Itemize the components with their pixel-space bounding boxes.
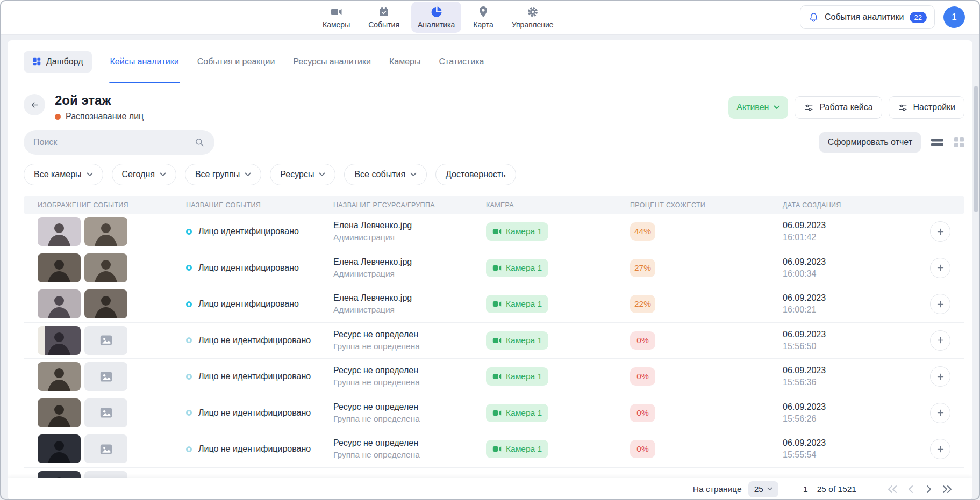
generate-report-button[interactable]: Сформировать отчет [819,132,921,153]
table-row[interactable]: Лицо идентифицировано Елена Левченко.jpg… [24,286,964,323]
person-silhouette [84,253,127,282]
person-silhouette [38,326,81,355]
search-input[interactable] [33,137,189,147]
analytics-tabs: Дашборд Кейсы аналитики События и реакци… [8,40,972,83]
prev-page-button[interactable] [902,481,920,497]
settings-button[interactable]: Настройки [889,96,964,119]
event-date: 06.09.2023 [783,293,916,303]
dashboard-button[interactable]: Дашборд [24,51,92,73]
chevron-right-icon [926,485,932,494]
event-images-cell [24,326,186,355]
camera-name: Камера 1 [506,227,542,236]
table-header: ИЗОБРАЖЕНИЕ СОБЫТИЯ НАЗВАНИЕ СОБЫТИЯ НАЗ… [24,196,964,214]
event-thumbnail-1[interactable] [38,217,81,246]
table-row[interactable]: Лицо не идентифицировано Ресурс не опред… [24,359,964,395]
camera-badge[interactable]: Камера 1 [486,259,548,277]
list-view-icon [931,137,944,147]
pie-chart-icon [430,5,443,18]
event-time: 15:56:36 [783,378,916,387]
event-thumbnail-1[interactable] [38,253,81,282]
per-page-select[interactable]: 25 [748,481,778,497]
scrollbar-thumb[interactable] [974,86,978,212]
event-time: 15:56:26 [783,414,916,424]
date-cell: 06.09.2023 15:56:26 [783,402,916,424]
plus-icon [936,408,945,417]
add-button[interactable] [930,330,950,351]
event-thumbnail-2[interactable] [84,398,127,427]
user-avatar[interactable]: 1 [943,6,965,28]
event-name: Лицо идентифицировано [198,227,299,236]
filter-all-groups[interactable]: Все группы [185,164,261,185]
camera-badge[interactable]: Камера 1 [486,222,548,241]
chevron-down-icon [774,105,780,110]
resource-cell: Ресурс не определен Группа не определена [333,330,486,351]
tab-analytics-resources[interactable]: Ресурсы аналитики [293,40,371,83]
tab-statistics[interactable]: Статистика [439,40,484,83]
nav-item-events[interactable]: События [362,2,406,33]
camera-badge[interactable]: Камера 1 [486,295,548,313]
table-row[interactable]: Лицо не идентифицировано Ресурс не опред… [24,323,964,359]
tab-events-reactions[interactable]: События и реакции [197,40,275,83]
pagination-bar: На странице 25 1 – 25 of 1521 [8,478,972,500]
resource-group: Группа не определена [333,378,486,387]
event-thumbnail-2[interactable] [84,217,127,246]
event-thumbnail-2[interactable] [84,434,127,463]
search-field[interactable] [24,130,214,155]
last-page-button[interactable] [938,481,956,497]
plus-icon [936,372,945,381]
add-button[interactable] [930,294,950,314]
table-body: Лицо идентифицировано Елена Левченко.jpg… [24,214,964,500]
case-status-dropdown[interactable]: Активен [728,96,788,119]
list-view-toggle[interactable] [931,137,944,147]
add-button[interactable] [930,221,950,242]
grid-view-toggle[interactable] [954,137,964,148]
case-work-button[interactable]: Работа кейса [795,96,882,119]
event-thumbnail-1[interactable] [38,398,81,427]
back-button[interactable] [24,94,45,115]
sliders-icon [804,103,814,113]
event-thumbnail-1[interactable] [38,434,81,463]
next-page-button[interactable] [920,481,938,497]
add-button[interactable] [930,439,950,459]
table-row[interactable]: Лицо не идентифицировано Ресурс не опред… [24,431,964,468]
nav-item-map[interactable]: Карта [467,2,499,33]
event-thumbnail-1[interactable] [38,326,81,355]
actions-cell [916,439,964,459]
table-row[interactable]: Лицо идентифицировано Елена Левченко.jpg… [24,250,964,287]
filter-resources[interactable]: Ресурсы [270,164,335,185]
nav-item-cameras[interactable]: Камеры [316,2,356,33]
event-images-cell [24,217,186,246]
camera-cell: Камера 1 [486,440,630,458]
filter-all-events[interactable]: Все события [344,164,427,185]
nav-item-analytics[interactable]: Аналитика [411,2,461,33]
similarity-cell: 0% [630,331,783,350]
filter-date[interactable]: Сегодня [112,164,176,185]
resource-cell: Ресурс не определен Группа не определена [333,366,486,387]
table-row[interactable]: Лицо идентифицировано Елена Левченко.jpg… [24,214,964,250]
nav-item-management[interactable]: Управление [505,2,560,33]
resource-name: Елена Левченко.jpg [333,257,486,267]
camera-badge[interactable]: Камера 1 [486,331,548,350]
filter-all-cameras[interactable]: Все камеры [24,164,103,185]
event-status-ring-icon [186,446,192,452]
event-thumbnail-2[interactable] [84,362,127,391]
add-button[interactable] [930,403,950,423]
add-button[interactable] [930,258,950,278]
event-thumbnail-2[interactable] [84,289,127,318]
event-thumbnail-2[interactable] [84,326,127,355]
first-page-button[interactable] [883,481,902,497]
camera-badge[interactable]: Камера 1 [486,440,548,458]
camera-icon [492,264,502,272]
tab-cameras[interactable]: Камеры [389,40,421,83]
event-thumbnail-2[interactable] [84,253,127,282]
event-thumbnail-1[interactable] [38,362,81,391]
camera-badge[interactable]: Камера 1 [486,404,548,422]
analytics-events-button[interactable]: События аналитики 22 [800,5,935,29]
tab-analytics-cases[interactable]: Кейсы аналитики [110,40,179,83]
event-thumbnail-1[interactable] [38,289,81,318]
filter-confidence[interactable]: Достоверность [435,164,516,185]
resource-group: Группа не определена [333,414,486,424]
add-button[interactable] [930,366,950,387]
camera-badge[interactable]: Камера 1 [486,367,548,386]
table-row[interactable]: Лицо не идентифицировано Ресурс не опред… [24,395,964,432]
